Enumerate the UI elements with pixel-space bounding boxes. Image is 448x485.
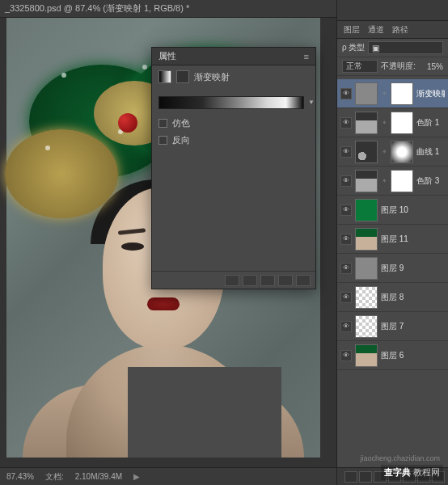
watermark: 查字典 教程网 [381,465,443,480]
gradient-picker[interactable]: ▼ [158,96,304,109]
gradient-map-icon [158,70,171,83]
tab-channels[interactable]: 通道 [368,24,384,36]
tab-layers[interactable]: 图层 [344,24,360,36]
layer-thumb[interactable] [355,257,378,280]
layer-name[interactable]: 图层 7 [381,321,445,332]
visibility-toggle[interactable]: 👁 [340,234,352,245]
link-icon: ⌖ [381,148,387,156]
layer-row[interactable]: 👁图层 8 [337,283,448,312]
properties-panel: 属性 ≡ 渐变映射 ▼ 仿色 反向 [151,47,316,289]
visibility-toggle[interactable]: 👁 [340,146,352,158]
filter-label[interactable]: ρ 类型 [342,42,365,53]
watermark-brand2: 教程网 [413,467,440,477]
layer-thumb[interactable] [355,228,378,251]
layer-row[interactable]: 👁⌖色阶 3 [337,167,448,196]
blend-opacity-row: 正常 不透明度: 15% [337,57,448,76]
panel-menu-icon[interactable]: ≡ [304,52,309,61]
mask-icon[interactable] [176,70,189,83]
view-previous-icon[interactable] [243,275,257,286]
link-icon: ⌖ [381,119,387,127]
panel-collapse-bar[interactable] [337,0,448,21]
visibility-toggle[interactable]: 👁 [340,175,352,187]
link-icon: ⌖ [381,177,387,185]
visibility-toggle[interactable]: 👁 [340,263,352,274]
reverse-label: 反向 [172,134,190,146]
mask-thumb[interactable] [391,141,413,163]
zoom-level[interactable]: 87.43% [6,472,34,481]
layer-name[interactable]: 图层 8 [381,292,445,303]
layer-name[interactable]: 曲线 1 [416,146,445,158]
dither-checkbox[interactable]: 仿色 [158,117,309,129]
visibility-toggle[interactable]: 👁 [340,350,352,361]
layer-name[interactable]: 渐变映射 1 [416,88,445,99]
layer-thumb[interactable] [355,141,378,163]
opacity-label: 不透明度: [381,61,416,72]
adjustment-header: 渐变映射 [152,65,315,88]
doc-size: 2.10M/39.4M [75,472,122,481]
layer-row[interactable]: 👁⌖渐变映射 1 [337,79,448,108]
opacity-value[interactable]: 15% [419,62,443,71]
layer-thumb[interactable] [355,170,378,192]
layer-thumb[interactable] [355,286,378,309]
gradient-dropdown-icon[interactable]: ▼ [308,99,315,106]
mask-thumb[interactable] [391,170,413,192]
visibility-toggle[interactable]: 👁 [340,292,352,303]
reset-icon[interactable] [260,275,275,286]
delete-icon[interactable] [296,275,311,286]
layer-row[interactable]: 👁图层 11 [337,225,448,254]
layer-name[interactable]: 图层 11 [381,234,445,245]
layer-name[interactable]: 色阶 3 [416,175,445,187]
mask-thumb[interactable] [391,112,413,134]
layer-name[interactable]: 图层 9 [381,263,445,274]
doc-info-label: 文档: [45,471,64,483]
link-icon: ⌖ [381,90,387,98]
link-layers-icon[interactable] [344,471,357,483]
visibility-icon[interactable] [278,275,293,286]
reverse-checkbox[interactable]: 反向 [158,134,309,146]
checkbox-icon [158,136,167,145]
layer-thumb[interactable] [355,344,378,367]
mask-thumb[interactable] [391,82,413,105]
dither-label: 仿色 [172,117,190,129]
tab-paths[interactable]: 路径 [392,24,408,36]
clip-layer-icon[interactable] [225,275,239,286]
blend-mode-select[interactable]: 正常 [342,60,378,73]
layer-thumb[interactable] [355,82,378,105]
layer-name[interactable]: 图层 10 [381,205,445,216]
layer-row[interactable]: 👁⌖色阶 1 [337,108,448,137]
layer-name[interactable]: 色阶 1 [416,117,445,129]
panel-tabs: 图层 通道 路径 [337,21,448,39]
visibility-toggle[interactable]: 👁 [340,205,352,216]
layer-thumb[interactable] [355,112,378,134]
properties-tab-label: 属性 [158,50,176,62]
watermark-url: jiaocheng.chazidian.com [360,454,440,462]
doc-info-arrow[interactable]: ▶ [133,472,140,481]
visibility-toggle[interactable]: 👁 [340,321,352,332]
fx-icon[interactable] [359,471,372,483]
layer-name[interactable]: 图层 6 [381,350,445,361]
layer-row[interactable]: 👁⌖曲线 1 [337,137,448,167]
layer-row[interactable]: 👁图层 9 [337,254,448,283]
visibility-toggle[interactable]: 👁 [340,88,352,99]
layers-list: 👁⌖渐变映射 1👁⌖色阶 1👁⌖曲线 1👁⌖色阶 3👁图层 10👁图层 11👁图… [337,79,448,467]
layer-row[interactable]: 👁图层 10 [337,196,448,225]
filter-dropdown[interactable]: ▣ [368,41,443,54]
properties-footer [152,271,315,289]
layers-panel: 图层 通道 路径 ρ 类型 ▣ 正常 不透明度: 15% 锁定: ▣ ✎ ⊕ 🔒… [336,0,448,485]
layer-thumb[interactable] [355,315,378,338]
properties-tab[interactable]: 属性 ≡ [152,48,315,65]
checkbox-icon [158,119,167,128]
adjustment-title: 渐变映射 [194,71,230,83]
visibility-toggle[interactable]: 👁 [340,117,352,129]
layer-row[interactable]: 👁图层 6 [337,341,448,370]
layer-filter-row: ρ 类型 ▣ [337,39,448,57]
layer-row[interactable]: 👁图层 7 [337,312,448,341]
watermark-brand1: 查字典 [384,467,411,477]
layer-thumb[interactable] [355,199,378,221]
